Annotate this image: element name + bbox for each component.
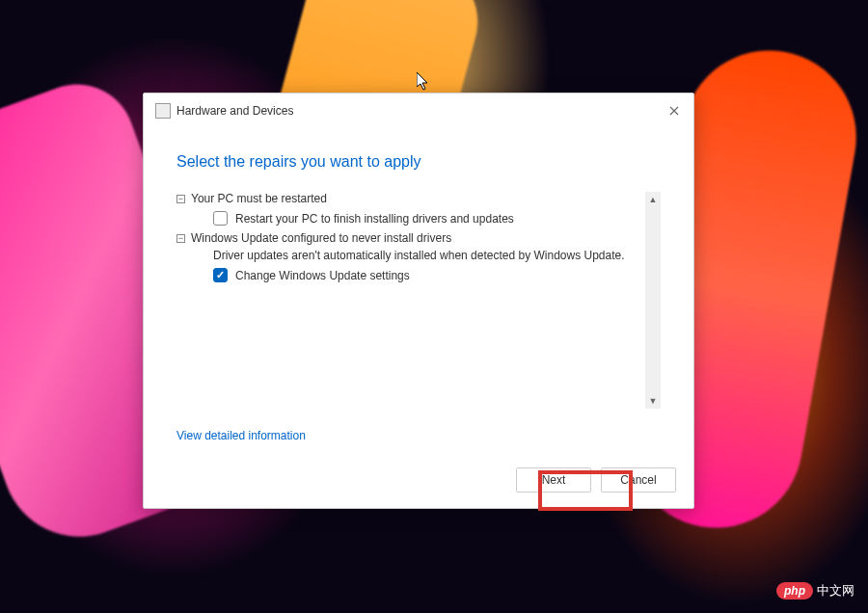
dialog-titlebar: Hardware and Devices [144, 93, 693, 126]
repair-description: Driver updates aren't automatically inst… [176, 249, 641, 262]
repair-header[interactable]: − Your PC must be restarted [176, 192, 641, 205]
dialog-body: Select the repairs you want to apply − Y… [144, 126, 693, 456]
watermark: php 中文网 [776, 582, 854, 600]
repair-title: Your PC must be restarted [191, 192, 327, 205]
checkbox-label: Change Windows Update settings [235, 269, 410, 282]
scroll-down-icon[interactable]: ▼ [645, 393, 661, 409]
dialog-footer: Next Cancel [144, 456, 693, 508]
page-heading: Select the repairs you want to apply [176, 153, 661, 171]
collapse-icon[interactable]: − [176, 234, 185, 243]
troubleshooter-icon [155, 103, 171, 119]
repair-item: − Windows Update configured to never ins… [176, 231, 641, 282]
restart-pc-checkbox[interactable] [213, 211, 228, 226]
scrollbar[interactable]: ▲ ▼ [645, 192, 661, 409]
scroll-up-icon[interactable]: ▲ [645, 192, 661, 207]
collapse-icon[interactable]: − [176, 195, 185, 203]
close-icon [669, 106, 679, 116]
dialog-title: Hardware and Devices [176, 104, 293, 118]
repair-header[interactable]: − Windows Update configured to never ins… [176, 231, 641, 245]
watermark-text: 中文网 [817, 582, 854, 600]
cancel-button[interactable]: Cancel [601, 467, 676, 493]
repair-option-row: Restart your PC to finish installing dri… [176, 211, 641, 226]
repair-item: − Your PC must be restarted Restart your… [176, 192, 641, 226]
view-detailed-information-link[interactable]: View detailed information [176, 429, 306, 442]
next-button[interactable]: Next [516, 467, 591, 493]
watermark-badge: php [776, 582, 813, 600]
repair-title: Windows Update configured to never insta… [191, 231, 451, 245]
close-button[interactable] [665, 101, 684, 120]
troubleshooter-dialog: Hardware and Devices Select the repairs … [143, 93, 694, 509]
repair-option-row: Change Windows Update settings [176, 268, 641, 282]
checkbox-label: Restart your PC to finish installing dri… [235, 212, 514, 226]
change-update-settings-checkbox[interactable] [213, 268, 228, 282]
repairs-list: − Your PC must be restarted Restart your… [176, 192, 661, 282]
